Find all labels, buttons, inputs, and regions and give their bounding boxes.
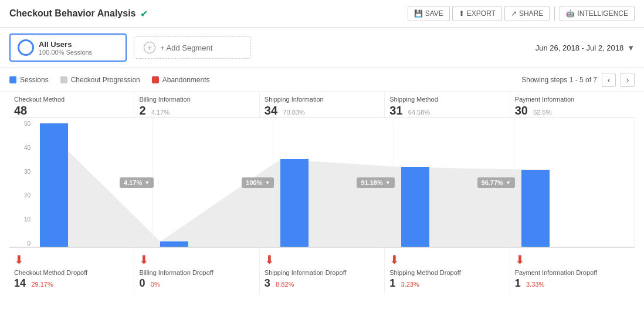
legend-abandonments-label: Abandonments [162,76,210,84]
dropoff-title-billing-information-dropoff: Billing Information Dropoff [139,269,254,276]
col-value-row-checkout-method: 48 [14,104,129,117]
col-value-checkout-method: 48 [14,104,27,117]
col-header-shipping-information: Shipping Information 34 70.83% [260,92,385,117]
intelligence-label: INTELLIGENCE [577,9,628,18]
bar-col-shipping-method: 96.77% ▼ [394,118,514,247]
export-icon: ⬆ [459,9,465,18]
sessions-color-dot [9,76,16,83]
dropoff-value-row-shipping-method-dropoff: 1 3.23% [389,277,504,290]
share-label: SHARE [519,9,543,18]
bar-billing-information [160,241,188,247]
bar-col-shipping-information: 91.18% ▼ [273,118,394,247]
red-arrow-icon-shipping-method-dropoff: ⬇ [389,253,504,267]
legend-sessions: Sessions [9,76,49,84]
divider [554,6,555,21]
bar-col-checkout-method: 4.17% ▼ [33,118,153,247]
red-arrow-icon-shipping-information-dropoff: ⬇ [265,253,379,267]
col-title-shipping-information: Shipping Information [265,96,379,103]
dropoff-col-shipping-information-dropoff: ⬇ Shipping Information Dropoff 3 8.82% [260,248,385,294]
steps-info-text: Showing steps 1 - 5 of 7 [521,76,597,84]
add-segment-button[interactable]: + + Add Segment [134,36,251,59]
verified-icon: ✔ [140,8,148,19]
prog-label-shipping-method: 96.77% ▼ [477,177,515,188]
dropoff-title-checkout-method-dropoff: Checkout Method Dropoff [14,269,129,276]
col-pct-shipping-method: 64.58% [408,109,430,116]
share-button[interactable]: ↗ SHARE [504,6,550,21]
save-label: SAVE [425,9,443,18]
save-icon: 💾 [414,9,423,18]
legend-sessions-label: Sessions [20,76,49,84]
prog-label-shipping-information: 91.18% ▼ [357,177,394,188]
dropoff-value-shipping-method-dropoff: 1 [389,277,395,290]
dropoff-col-checkout-method-dropoff: ⬇ Checkout Method Dropoff 14 29.17% [9,248,134,294]
dropoff-value-billing-information-dropoff: 0 [139,277,145,290]
dropoff-title-shipping-method-dropoff: Shipping Method Dropoff [389,269,504,276]
bars-area: 4.17% ▼100% ▼91.18% ▼96.77% ▼ [33,118,635,247]
col-pct-shipping-information: 70.83% [283,109,304,116]
segment-name: All Users [39,40,92,49]
red-arrow-icon-checkout-method-dropoff: ⬇ [14,253,129,267]
segment-info: All Users 100.00% Sessions [39,40,92,56]
bar-shipping-method [401,167,429,247]
next-step-button[interactable]: › [621,73,635,87]
dropoff-pct-billing-information-dropoff: 0% [151,281,160,288]
dropoff-col-shipping-method-dropoff: ⬇ Shipping Method Dropoff 1 3.23% [385,248,510,294]
col-title-shipping-method: Shipping Method [389,96,504,103]
intelligence-icon: 🤖 [566,9,575,18]
col-value-row-shipping-method: 31 64.58% [389,104,504,117]
chart-visual: 50403020100 4.17% ▼100% ▼91.18% ▼96.77% … [9,118,635,247]
dropoff-col-payment-information-dropoff: ⬇ Payment Information Dropoff 1 3.33% [510,248,635,294]
abandonments-color-dot [152,76,159,83]
col-value-row-payment-information: 30 62.5% [515,104,630,117]
dropoff-value-row-shipping-information-dropoff: 3 8.82% [265,277,379,290]
date-range-arrow-icon: ▼ [627,43,635,52]
col-header-shipping-method: Shipping Method 31 64.58% [385,92,510,117]
header-actions: 💾 SAVE ⬆ EXPORT ↗ SHARE 🤖 INTELLIGENCE [408,6,635,21]
bar-shipping-information [280,159,309,247]
export-button[interactable]: ⬆ EXPORT [452,6,502,21]
share-icon: ↗ [511,9,517,18]
dropoff-pct-payment-information-dropoff: 3.33% [526,281,544,288]
dropoff-pct-shipping-method-dropoff: 3.23% [401,281,419,288]
y-axis-label: 30 [9,169,30,175]
add-segment-label: + Add Segment [160,43,212,52]
segment-all-users[interactable]: All Users 100.00% Sessions [9,33,127,62]
steps-info: Showing steps 1 - 5 of 7 ‹ › [521,73,635,87]
dropoff-value-row-checkout-method-dropoff: 14 29.17% [14,277,129,290]
header: Checkout Behavior Analysis ✔ 💾 SAVE ⬆ EX… [0,0,644,28]
y-axis-label: 20 [9,192,30,199]
y-axis-label: 0 [9,240,30,247]
save-button[interactable]: 💾 SAVE [408,6,450,21]
col-value-shipping-information: 34 [265,104,277,117]
y-axis: 50403020100 [9,118,33,247]
bar-checkout-method [40,123,68,247]
legend-bar: Sessions Checkout Progression Abandonmen… [0,68,644,92]
legend-abandonments: Abandonments [152,76,210,84]
col-title-billing-information: Billing Information [139,96,254,103]
red-arrow-icon-billing-information-dropoff: ⬇ [139,253,254,267]
header-left: Checkout Behavior Analysis ✔ [9,8,148,19]
date-range[interactable]: Jun 26, 2018 - Jul 2, 2018 ▼ [535,43,635,52]
column-headers-row: Checkout Method 48 Billing Information 2… [9,92,635,118]
page-title: Checkout Behavior Analysis [9,8,135,19]
dropoff-value-shipping-information-dropoff: 3 [265,277,270,290]
col-value-payment-information: 30 [515,104,528,117]
col-title-checkout-method: Checkout Method [14,96,129,103]
legend-progression: Checkout Progression [60,76,140,84]
dropoff-value-checkout-method-dropoff: 14 [14,277,26,290]
intelligence-button[interactable]: 🤖 INTELLIGENCE [560,6,635,21]
bar-payment-information [521,170,550,247]
chart-area: Checkout Method 48 Billing Information 2… [0,92,644,294]
dropoff-pct-shipping-information-dropoff: 8.82% [276,281,294,288]
prev-step-button[interactable]: ‹ [602,73,616,87]
col-value-billing-information: 2 [139,104,145,117]
dropoff-value-row-payment-information-dropoff: 1 3.33% [515,277,630,290]
col-value-shipping-method: 31 [389,104,402,117]
dropoff-value-payment-information-dropoff: 1 [515,277,521,290]
prog-label-checkout-method: 4.17% ▼ [120,177,154,188]
col-header-payment-information: Payment Information 30 62.5% [510,92,635,117]
dropoff-title-shipping-information-dropoff: Shipping Information Dropoff [265,269,379,276]
dropoff-title-payment-information-dropoff: Payment Information Dropoff [515,269,630,276]
bar-col-billing-information: 100% ▼ [153,118,273,247]
progression-color-dot [60,76,67,83]
